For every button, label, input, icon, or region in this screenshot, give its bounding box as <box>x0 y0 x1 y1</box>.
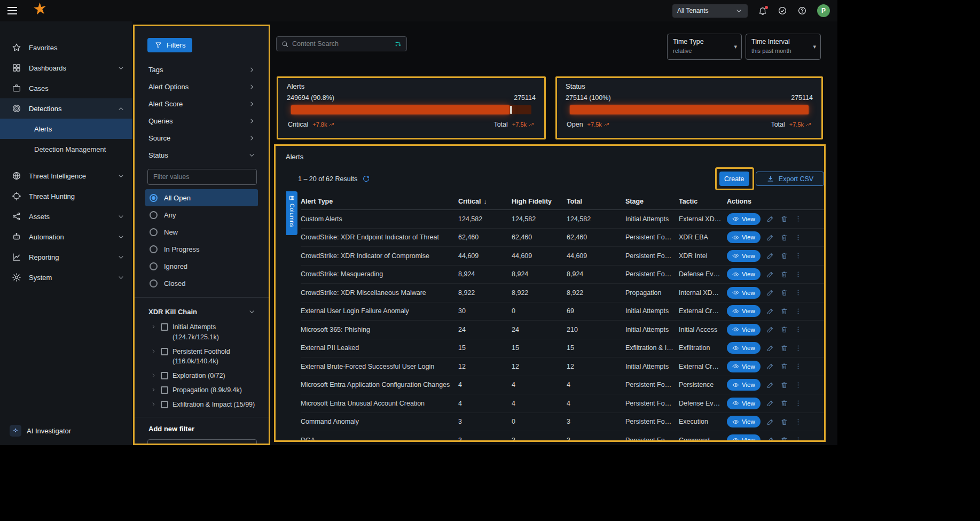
edit-icon[interactable] <box>766 215 774 223</box>
edit-icon[interactable] <box>766 418 774 426</box>
more-icon[interactable] <box>794 270 802 278</box>
view-button[interactable]: View <box>727 287 761 299</box>
delete-icon[interactable] <box>780 270 788 278</box>
filters-button[interactable]: Filters <box>147 38 192 52</box>
more-icon[interactable] <box>794 399 802 407</box>
status-option-any[interactable]: Any <box>145 206 258 223</box>
filter-section-queries[interactable]: Queries <box>135 112 269 129</box>
view-button[interactable]: View <box>727 231 761 243</box>
sidebar-item-dashboards[interactable]: Dashboards <box>0 58 132 78</box>
delete-icon[interactable] <box>780 252 788 260</box>
filter-section-source[interactable]: Source <box>135 129 269 146</box>
column-header-tactic[interactable]: Tactic <box>679 198 727 205</box>
edit-icon[interactable] <box>766 289 774 297</box>
filter-section-alert-score[interactable]: Alert Score <box>135 95 269 112</box>
filter-values-input[interactable] <box>147 169 257 185</box>
kill-chain-item-persistent-foothold[interactable]: Persistent Foothold (116.0k/140.4k) <box>135 345 269 369</box>
edit-icon[interactable] <box>766 436 774 442</box>
delete-icon[interactable] <box>780 325 788 333</box>
user-avatar[interactable]: P <box>817 4 830 17</box>
column-header-stage[interactable]: Stage <box>625 198 679 205</box>
select-filter-input[interactable]: Select filter <box>147 439 257 445</box>
delete-icon[interactable] <box>780 307 788 315</box>
delete-icon[interactable] <box>780 215 788 223</box>
more-icon[interactable] <box>794 215 802 223</box>
more-icon[interactable] <box>794 362 802 370</box>
more-icon[interactable] <box>794 289 802 297</box>
status-option-all-open[interactable]: All Open <box>145 189 258 206</box>
edit-icon[interactable] <box>766 399 774 407</box>
sidebar-item-automation[interactable]: Automation <box>0 227 132 247</box>
view-button[interactable]: View <box>727 324 761 336</box>
edit-icon[interactable] <box>766 344 774 352</box>
menu-button[interactable] <box>6 10 18 11</box>
column-header-total[interactable]: Total <box>567 198 625 205</box>
column-header-alert-type[interactable]: Alert Type <box>301 198 458 205</box>
status-option-in-progress[interactable]: In Progress <box>145 240 258 258</box>
content-search-input[interactable] <box>292 40 391 48</box>
tenant-selector[interactable]: All Tenants <box>672 4 748 18</box>
sidebar-item-assets[interactable]: Assets <box>0 206 132 227</box>
sidebar-item-cases[interactable]: Cases <box>0 78 132 98</box>
export-csv-button[interactable]: Export CSV <box>756 172 824 186</box>
view-button[interactable]: View <box>727 213 761 225</box>
kill-chain-item-propagation[interactable]: Propagation (8.9k/9.4k) <box>135 383 269 398</box>
create-button[interactable]: Create <box>719 172 749 186</box>
sidebar-item-system[interactable]: System <box>0 267 132 287</box>
more-icon[interactable] <box>794 381 802 389</box>
sidebar-item-detections[interactable]: Detections <box>0 98 132 119</box>
view-button[interactable]: View <box>727 305 761 317</box>
edit-icon[interactable] <box>766 381 774 389</box>
kill-chain-item-initial-attempts[interactable]: Initial Attempts (124.7k/125.1k) <box>135 320 269 345</box>
help-button[interactable] <box>797 6 807 15</box>
refresh-icon[interactable] <box>362 175 370 183</box>
column-header-high-fidelity[interactable]: High Fidelity <box>512 198 567 205</box>
sidebar-item-favorites[interactable]: Favorites <box>0 37 132 58</box>
more-icon[interactable] <box>794 325 802 333</box>
query-filter-icon[interactable] <box>394 40 402 48</box>
sidebar-item-detection-management[interactable]: Detection Management <box>0 139 132 159</box>
view-button[interactable]: View <box>727 268 761 280</box>
more-icon[interactable] <box>794 252 802 260</box>
column-header-actions[interactable]: Actions <box>727 198 824 205</box>
kill-chain-item-exfiltration-impact[interactable]: Exfiltration & Impact (15/99) <box>135 398 269 412</box>
kill-chain-item-exploration[interactable]: Exploration (0/72) <box>135 369 269 383</box>
notifications-button[interactable] <box>758 6 767 15</box>
delete-icon[interactable] <box>780 289 788 297</box>
tasks-button[interactable] <box>778 6 787 15</box>
edit-icon[interactable] <box>766 362 774 370</box>
view-button[interactable]: View <box>727 379 761 391</box>
delete-icon[interactable] <box>780 418 788 426</box>
more-icon[interactable] <box>794 436 802 442</box>
sidebar-item-ai-investigator[interactable]: AI Investigator <box>10 425 71 437</box>
view-button[interactable]: View <box>727 361 761 372</box>
delete-icon[interactable] <box>780 234 788 242</box>
more-icon[interactable] <box>794 344 802 352</box>
edit-icon[interactable] <box>766 234 774 242</box>
kill-chain-section-header[interactable]: XDR Kill Chain <box>135 303 269 320</box>
delete-icon[interactable] <box>780 381 788 389</box>
view-button[interactable]: View <box>727 342 761 354</box>
sidebar-item-reporting[interactable]: Reporting <box>0 247 132 267</box>
sidebar-item-alerts[interactable]: Alerts <box>0 119 132 139</box>
status-option-closed[interactable]: Closed <box>145 275 258 292</box>
column-header-critical[interactable]: Critical ↓ <box>458 198 512 205</box>
more-icon[interactable] <box>794 234 802 242</box>
delete-icon[interactable] <box>780 344 788 352</box>
filter-section-tags[interactable]: Tags <box>135 61 269 78</box>
edit-icon[interactable] <box>766 270 774 278</box>
view-button[interactable]: View <box>727 416 761 427</box>
status-option-ignored[interactable]: Ignored <box>145 258 258 275</box>
columns-tab[interactable]: Columns <box>286 191 297 235</box>
more-icon[interactable] <box>794 307 802 315</box>
edit-icon[interactable] <box>766 307 774 315</box>
delete-icon[interactable] <box>780 399 788 407</box>
edit-icon[interactable] <box>766 252 774 260</box>
view-button[interactable]: View <box>727 250 761 262</box>
delete-icon[interactable] <box>780 362 788 370</box>
filter-section-alert-options[interactable]: Alert Options <box>135 78 269 95</box>
sidebar-item-threat-intelligence[interactable]: Threat Intelligence <box>0 166 132 186</box>
time-interval-select[interactable]: Time Interval this past month ▾ <box>746 34 821 60</box>
time-type-select[interactable]: Time Type relative ▾ <box>667 34 742 60</box>
edit-icon[interactable] <box>766 325 774 333</box>
